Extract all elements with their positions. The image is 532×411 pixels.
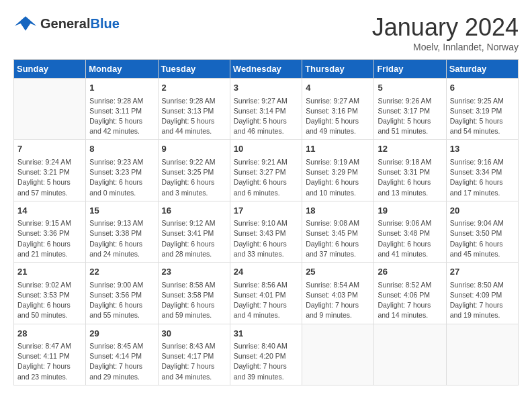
day-info: Sunrise: 9:15 AMSunset: 3:36 PMDaylight:… xyxy=(17,218,82,259)
calendar-cell xyxy=(14,79,86,140)
day-info: Sunrise: 9:28 AMSunset: 3:13 PMDaylight:… xyxy=(162,96,226,137)
calendar-cell: 16Sunrise: 9:12 AMSunset: 3:41 PMDayligh… xyxy=(158,201,230,262)
calendar-cell: 3Sunrise: 9:27 AMSunset: 3:14 PMDaylight… xyxy=(230,79,302,140)
column-header-friday: Friday xyxy=(374,60,446,79)
day-info: Sunrise: 9:02 AMSunset: 3:53 PMDaylight:… xyxy=(17,280,82,321)
day-number: 18 xyxy=(306,204,370,218)
day-info: Sunrise: 8:43 AMSunset: 4:17 PMDaylight:… xyxy=(162,341,226,382)
day-number: 13 xyxy=(450,142,515,156)
day-number: 21 xyxy=(17,265,82,279)
calendar-cell: 2Sunrise: 9:28 AMSunset: 3:13 PMDaylight… xyxy=(158,79,230,140)
day-number: 25 xyxy=(306,265,370,279)
calendar-week-row: 28Sunrise: 8:47 AMSunset: 4:11 PMDayligh… xyxy=(14,324,519,385)
day-number: 9 xyxy=(162,142,226,156)
calendar-cell: 20Sunrise: 9:04 AMSunset: 3:50 PMDayligh… xyxy=(446,201,518,262)
day-number: 11 xyxy=(306,142,370,156)
day-info: Sunrise: 9:28 AMSunset: 3:11 PMDaylight:… xyxy=(89,96,154,137)
calendar-cell: 23Sunrise: 8:58 AMSunset: 3:58 PMDayligh… xyxy=(158,263,230,324)
column-header-saturday: Saturday xyxy=(446,60,518,79)
calendar-cell: 21Sunrise: 9:02 AMSunset: 3:53 PMDayligh… xyxy=(14,263,86,324)
day-number: 20 xyxy=(450,204,515,218)
column-header-monday: Monday xyxy=(86,60,158,79)
calendar-cell: 7Sunrise: 9:24 AMSunset: 3:21 PMDaylight… xyxy=(14,140,86,201)
day-info: Sunrise: 9:19 AMSunset: 3:29 PMDaylight:… xyxy=(306,157,370,198)
day-number: 12 xyxy=(378,142,442,156)
calendar-cell: 22Sunrise: 9:00 AMSunset: 3:56 PMDayligh… xyxy=(86,263,158,324)
calendar-week-row: 21Sunrise: 9:02 AMSunset: 3:53 PMDayligh… xyxy=(14,263,519,324)
column-header-wednesday: Wednesday xyxy=(230,60,302,79)
title-block: January 2024 Moelv, Innlandet, Norway xyxy=(372,13,519,52)
calendar-cell: 14Sunrise: 9:15 AMSunset: 3:36 PMDayligh… xyxy=(14,201,86,262)
logo-text: GeneralBlue xyxy=(40,17,120,30)
day-info: Sunrise: 9:00 AMSunset: 3:56 PMDaylight:… xyxy=(89,280,154,321)
day-info: Sunrise: 9:18 AMSunset: 3:31 PMDaylight:… xyxy=(378,157,442,198)
calendar-cell: 5Sunrise: 9:26 AMSunset: 3:17 PMDaylight… xyxy=(374,79,446,140)
calendar-cell xyxy=(374,324,446,385)
day-number: 10 xyxy=(234,142,298,156)
column-header-tuesday: Tuesday xyxy=(158,60,230,79)
day-info: Sunrise: 9:25 AMSunset: 3:19 PMDaylight:… xyxy=(450,96,515,137)
day-number: 1 xyxy=(89,81,154,95)
calendar-cell: 24Sunrise: 8:56 AMSunset: 4:01 PMDayligh… xyxy=(230,263,302,324)
calendar-cell: 1Sunrise: 9:28 AMSunset: 3:11 PMDaylight… xyxy=(86,79,158,140)
day-info: Sunrise: 9:26 AMSunset: 3:17 PMDaylight:… xyxy=(378,96,442,137)
column-header-sunday: Sunday xyxy=(14,60,86,79)
day-number: 22 xyxy=(89,265,154,279)
calendar-cell: 25Sunrise: 8:54 AMSunset: 4:03 PMDayligh… xyxy=(302,263,374,324)
calendar-cell: 6Sunrise: 9:25 AMSunset: 3:19 PMDaylight… xyxy=(446,79,518,140)
calendar-cell: 12Sunrise: 9:18 AMSunset: 3:31 PMDayligh… xyxy=(374,140,446,201)
day-info: Sunrise: 9:10 AMSunset: 3:43 PMDaylight:… xyxy=(234,218,298,259)
day-number: 31 xyxy=(234,327,298,340)
calendar-cell: 9Sunrise: 9:22 AMSunset: 3:25 PMDaylight… xyxy=(158,140,230,201)
page-header: GeneralBlue January 2024 Moelv, Innlande… xyxy=(13,13,519,52)
day-number: 29 xyxy=(89,327,154,340)
day-number: 27 xyxy=(450,265,515,279)
calendar-week-row: 7Sunrise: 9:24 AMSunset: 3:21 PMDaylight… xyxy=(14,140,519,201)
calendar-cell: 13Sunrise: 9:16 AMSunset: 3:34 PMDayligh… xyxy=(446,140,518,201)
day-info: Sunrise: 8:47 AMSunset: 4:11 PMDaylight:… xyxy=(17,341,82,382)
day-number: 19 xyxy=(378,204,442,218)
calendar-cell: 31Sunrise: 8:40 AMSunset: 4:20 PMDayligh… xyxy=(230,324,302,385)
day-info: Sunrise: 9:04 AMSunset: 3:50 PMDaylight:… xyxy=(450,218,515,259)
day-info: Sunrise: 8:40 AMSunset: 4:20 PMDaylight:… xyxy=(234,341,298,382)
day-info: Sunrise: 8:50 AMSunset: 4:09 PMDaylight:… xyxy=(450,280,515,321)
day-number: 28 xyxy=(17,327,82,340)
page-title: January 2024 xyxy=(372,13,519,42)
logo: GeneralBlue xyxy=(13,13,120,34)
calendar-week-row: 1Sunrise: 9:28 AMSunset: 3:11 PMDaylight… xyxy=(14,79,519,140)
day-info: Sunrise: 9:21 AMSunset: 3:27 PMDaylight:… xyxy=(234,157,298,198)
calendar-cell: 26Sunrise: 8:52 AMSunset: 4:06 PMDayligh… xyxy=(374,263,446,324)
logo-icon xyxy=(13,13,38,34)
calendar-cell: 10Sunrise: 9:21 AMSunset: 3:27 PMDayligh… xyxy=(230,140,302,201)
day-info: Sunrise: 8:54 AMSunset: 4:03 PMDaylight:… xyxy=(306,280,370,321)
day-number: 30 xyxy=(162,327,226,340)
calendar-cell: 15Sunrise: 9:13 AMSunset: 3:38 PMDayligh… xyxy=(86,201,158,262)
day-number: 24 xyxy=(234,265,298,279)
day-number: 3 xyxy=(234,81,298,95)
calendar-cell: 18Sunrise: 9:08 AMSunset: 3:45 PMDayligh… xyxy=(302,201,374,262)
calendar-cell xyxy=(302,324,374,385)
day-number: 26 xyxy=(378,265,442,279)
day-number: 2 xyxy=(162,81,226,95)
day-number: 8 xyxy=(89,142,154,156)
calendar-cell: 30Sunrise: 8:43 AMSunset: 4:17 PMDayligh… xyxy=(158,324,230,385)
calendar-header-row: SundayMondayTuesdayWednesdayThursdayFrid… xyxy=(14,60,519,79)
day-info: Sunrise: 9:08 AMSunset: 3:45 PMDaylight:… xyxy=(306,218,370,259)
day-number: 7 xyxy=(17,142,82,156)
day-info: Sunrise: 8:52 AMSunset: 4:06 PMDaylight:… xyxy=(378,280,442,321)
day-info: Sunrise: 8:56 AMSunset: 4:01 PMDaylight:… xyxy=(234,280,298,321)
day-info: Sunrise: 9:16 AMSunset: 3:34 PMDaylight:… xyxy=(450,157,515,198)
calendar-cell: 8Sunrise: 9:23 AMSunset: 3:23 PMDaylight… xyxy=(86,140,158,201)
calendar-cell: 27Sunrise: 8:50 AMSunset: 4:09 PMDayligh… xyxy=(446,263,518,324)
calendar-table: SundayMondayTuesdayWednesdayThursdayFrid… xyxy=(13,59,519,385)
day-number: 17 xyxy=(234,204,298,218)
calendar-cell: 4Sunrise: 9:27 AMSunset: 3:16 PMDaylight… xyxy=(302,79,374,140)
day-info: Sunrise: 9:27 AMSunset: 3:14 PMDaylight:… xyxy=(234,96,298,137)
calendar-cell: 17Sunrise: 9:10 AMSunset: 3:43 PMDayligh… xyxy=(230,201,302,262)
day-number: 23 xyxy=(162,265,226,279)
svg-marker-0 xyxy=(15,16,36,31)
calendar-cell: 11Sunrise: 9:19 AMSunset: 3:29 PMDayligh… xyxy=(302,140,374,201)
day-number: 5 xyxy=(378,81,442,95)
calendar-week-row: 14Sunrise: 9:15 AMSunset: 3:36 PMDayligh… xyxy=(14,201,519,262)
day-number: 15 xyxy=(89,204,154,218)
